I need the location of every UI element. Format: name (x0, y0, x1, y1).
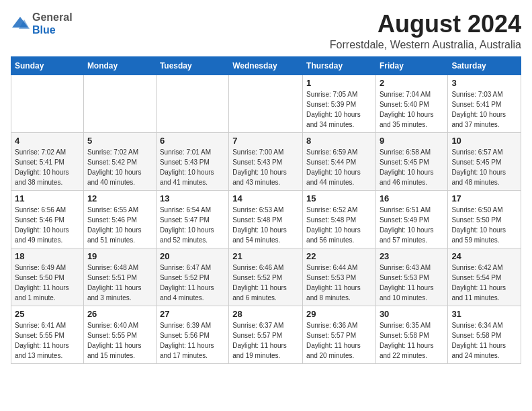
calendar-cell: 11Sunrise: 6:56 AM Sunset: 5:46 PM Dayli… (11, 190, 84, 248)
logo-icon (11, 15, 30, 32)
calendar-cell: 16Sunrise: 6:51 AM Sunset: 5:49 PM Dayli… (375, 190, 447, 248)
day-detail: Sunrise: 7:00 AM Sunset: 5:43 PM Dayligh… (232, 147, 299, 187)
calendar-cell: 24Sunrise: 6:42 AM Sunset: 5:54 PM Dayli… (448, 248, 521, 306)
calendar-cell (229, 75, 303, 132)
day-detail: Sunrise: 7:05 AM Sunset: 5:39 PM Dayligh… (306, 89, 372, 130)
day-detail: Sunrise: 6:54 AM Sunset: 5:47 PM Dayligh… (160, 205, 225, 245)
header-thursday: Thursday (303, 56, 376, 75)
page-header: General Blue August 2024 Forrestdale, We… (11, 11, 521, 51)
calendar-cell (83, 75, 156, 132)
calendar-cell (11, 75, 84, 132)
week-row-3: 11Sunrise: 6:56 AM Sunset: 5:46 PM Dayli… (11, 190, 521, 248)
calendar-table: Sunday Monday Tuesday Wednesday Thursday… (11, 56, 521, 364)
calendar-cell: 9Sunrise: 6:58 AM Sunset: 5:45 PM Daylig… (375, 132, 447, 190)
week-row-2: 4Sunrise: 7:02 AM Sunset: 5:41 PM Daylig… (11, 132, 521, 190)
day-detail: Sunrise: 6:44 AM Sunset: 5:53 PM Dayligh… (306, 263, 372, 303)
day-number: 18 (15, 251, 80, 261)
day-detail: Sunrise: 6:42 AM Sunset: 5:54 PM Dayligh… (451, 263, 517, 303)
calendar-cell: 15Sunrise: 6:52 AM Sunset: 5:48 PM Dayli… (303, 190, 376, 248)
day-detail: Sunrise: 6:39 AM Sunset: 5:56 PM Dayligh… (160, 320, 225, 361)
calendar-cell: 4Sunrise: 7:02 AM Sunset: 5:41 PM Daylig… (11, 132, 84, 190)
day-number: 3 (451, 78, 517, 88)
header-tuesday: Tuesday (156, 56, 228, 75)
day-detail: Sunrise: 6:52 AM Sunset: 5:48 PM Dayligh… (306, 205, 372, 245)
day-detail: Sunrise: 6:37 AM Sunset: 5:57 PM Dayligh… (232, 320, 299, 361)
calendar-cell: 30Sunrise: 6:35 AM Sunset: 5:58 PM Dayli… (375, 306, 447, 363)
calendar-cell: 12Sunrise: 6:55 AM Sunset: 5:46 PM Dayli… (83, 190, 156, 248)
day-detail: Sunrise: 7:03 AM Sunset: 5:41 PM Dayligh… (451, 89, 517, 130)
day-detail: Sunrise: 6:59 AM Sunset: 5:44 PM Dayligh… (306, 147, 372, 187)
day-number: 29 (306, 309, 372, 319)
calendar-cell: 3Sunrise: 7:03 AM Sunset: 5:41 PM Daylig… (448, 75, 521, 132)
day-detail: Sunrise: 7:02 AM Sunset: 5:41 PM Dayligh… (15, 147, 80, 187)
week-row-5: 25Sunrise: 6:41 AM Sunset: 5:55 PM Dayli… (11, 306, 521, 363)
week-row-1: 1Sunrise: 7:05 AM Sunset: 5:39 PM Daylig… (11, 75, 521, 132)
calendar-cell: 21Sunrise: 6:46 AM Sunset: 5:52 PM Dayli… (229, 248, 303, 306)
day-number: 17 (451, 193, 517, 203)
calendar-cell: 28Sunrise: 6:37 AM Sunset: 5:57 PM Dayli… (229, 306, 303, 363)
day-detail: Sunrise: 6:55 AM Sunset: 5:46 PM Dayligh… (87, 205, 152, 245)
day-detail: Sunrise: 6:46 AM Sunset: 5:52 PM Dayligh… (232, 263, 299, 303)
day-number: 16 (380, 193, 444, 203)
day-number: 7 (232, 136, 299, 146)
day-number: 21 (232, 251, 299, 261)
day-number: 4 (15, 136, 80, 146)
day-number: 5 (87, 136, 152, 146)
week-row-4: 18Sunrise: 6:49 AM Sunset: 5:50 PM Dayli… (11, 248, 521, 306)
day-number: 31 (451, 309, 517, 319)
day-detail: Sunrise: 6:53 AM Sunset: 5:48 PM Dayligh… (232, 205, 299, 245)
day-detail: Sunrise: 7:02 AM Sunset: 5:42 PM Dayligh… (87, 147, 152, 187)
day-number: 25 (15, 309, 80, 319)
day-detail: Sunrise: 6:40 AM Sunset: 5:55 PM Dayligh… (87, 320, 152, 361)
calendar-cell: 20Sunrise: 6:47 AM Sunset: 5:52 PM Dayli… (156, 248, 228, 306)
day-detail: Sunrise: 6:58 AM Sunset: 5:45 PM Dayligh… (380, 147, 444, 187)
calendar-cell: 1Sunrise: 7:05 AM Sunset: 5:39 PM Daylig… (303, 75, 376, 132)
calendar-cell: 18Sunrise: 6:49 AM Sunset: 5:50 PM Dayli… (11, 248, 84, 306)
day-number: 1 (306, 78, 372, 88)
day-detail: Sunrise: 6:51 AM Sunset: 5:49 PM Dayligh… (380, 205, 444, 245)
calendar-cell: 26Sunrise: 6:40 AM Sunset: 5:55 PM Dayli… (83, 306, 156, 363)
calendar-cell: 31Sunrise: 6:34 AM Sunset: 5:58 PM Dayli… (448, 306, 521, 363)
day-detail: Sunrise: 7:04 AM Sunset: 5:40 PM Dayligh… (380, 89, 444, 130)
day-number: 28 (232, 309, 299, 319)
day-number: 27 (160, 309, 225, 319)
day-detail: Sunrise: 6:35 AM Sunset: 5:58 PM Dayligh… (380, 320, 444, 361)
day-number: 15 (306, 193, 372, 203)
day-detail: Sunrise: 7:01 AM Sunset: 5:43 PM Dayligh… (160, 147, 225, 187)
logo-general: General (32, 11, 73, 24)
calendar-cell: 8Sunrise: 6:59 AM Sunset: 5:44 PM Daylig… (303, 132, 376, 190)
calendar-cell: 2Sunrise: 7:04 AM Sunset: 5:40 PM Daylig… (375, 75, 447, 132)
day-detail: Sunrise: 6:56 AM Sunset: 5:46 PM Dayligh… (15, 205, 80, 245)
header-friday: Friday (375, 56, 447, 75)
day-detail: Sunrise: 6:49 AM Sunset: 5:50 PM Dayligh… (15, 263, 80, 303)
day-number: 23 (380, 251, 444, 261)
day-number: 2 (380, 78, 444, 88)
day-detail: Sunrise: 6:57 AM Sunset: 5:45 PM Dayligh… (451, 147, 517, 187)
calendar-cell: 27Sunrise: 6:39 AM Sunset: 5:56 PM Dayli… (156, 306, 228, 363)
calendar-cell: 19Sunrise: 6:48 AM Sunset: 5:51 PM Dayli… (83, 248, 156, 306)
day-number: 14 (232, 193, 299, 203)
calendar-cell: 22Sunrise: 6:44 AM Sunset: 5:53 PM Dayli… (303, 248, 376, 306)
header-monday: Monday (83, 56, 156, 75)
day-detail: Sunrise: 6:41 AM Sunset: 5:55 PM Dayligh… (15, 320, 80, 361)
day-detail: Sunrise: 6:36 AM Sunset: 5:57 PM Dayligh… (306, 320, 372, 361)
day-number: 10 (451, 136, 517, 146)
calendar-cell: 25Sunrise: 6:41 AM Sunset: 5:55 PM Dayli… (11, 306, 84, 363)
day-number: 22 (306, 251, 372, 261)
calendar-cell: 14Sunrise: 6:53 AM Sunset: 5:48 PM Dayli… (229, 190, 303, 248)
logo: General Blue (11, 11, 73, 36)
day-detail: Sunrise: 6:48 AM Sunset: 5:51 PM Dayligh… (87, 263, 152, 303)
calendar-cell: 17Sunrise: 6:50 AM Sunset: 5:50 PM Dayli… (448, 190, 521, 248)
day-detail: Sunrise: 6:43 AM Sunset: 5:53 PM Dayligh… (380, 263, 444, 303)
day-number: 26 (87, 309, 152, 319)
title-block: August 2024 Forrestdale, Western Austral… (330, 11, 521, 51)
calendar-cell: 5Sunrise: 7:02 AM Sunset: 5:42 PM Daylig… (83, 132, 156, 190)
logo-blue: Blue (32, 24, 73, 36)
day-number: 11 (15, 193, 80, 203)
calendar-cell (156, 75, 228, 132)
day-number: 19 (87, 251, 152, 261)
day-number: 6 (160, 136, 225, 146)
calendar-cell: 7Sunrise: 7:00 AM Sunset: 5:43 PM Daylig… (229, 132, 303, 190)
weekday-header-row: Sunday Monday Tuesday Wednesday Thursday… (11, 56, 521, 75)
header-saturday: Saturday (448, 56, 521, 75)
